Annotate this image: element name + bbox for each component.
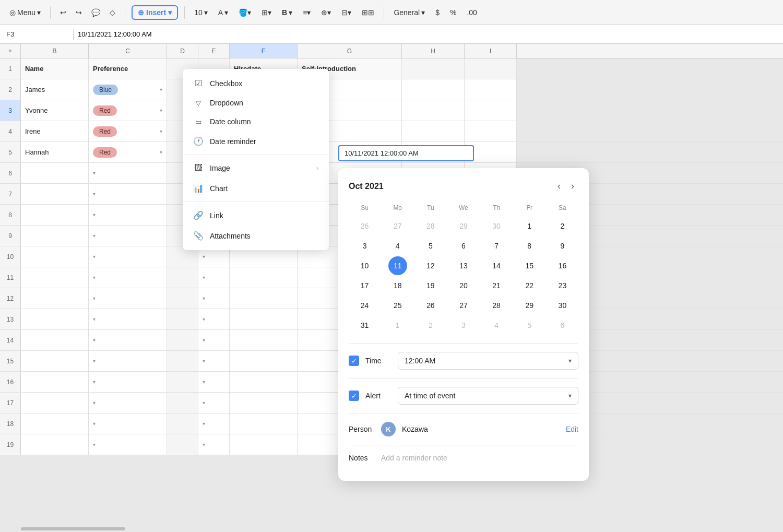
cell-D16[interactable] — [167, 372, 198, 392]
cell-C18[interactable]: ▾ — [89, 413, 167, 434]
cell-dropdown-icon[interactable]: ▾ — [203, 337, 205, 343]
cal-day[interactable]: 8 — [520, 237, 539, 255]
menu-item-date-column[interactable]: ▭ Date column — [183, 112, 329, 131]
time-select[interactable]: 12:00 AM ▾ — [398, 352, 578, 370]
cell-E16[interactable]: ▾ — [198, 372, 230, 392]
cal-day[interactable]: 26 — [421, 296, 440, 315]
cell-F13[interactable] — [230, 309, 298, 329]
cell-C5[interactable]: Red ▾ — [89, 142, 167, 162]
menu-item-attachments[interactable]: 📎 Attachments — [183, 226, 329, 246]
cal-day[interactable]: 20 — [454, 276, 473, 295]
col-header-I[interactable]: I — [465, 44, 517, 58]
cell-dropdown-icon[interactable]: ▾ — [93, 275, 96, 280]
cell-dropdown-icon[interactable]: ▾ — [160, 149, 162, 155]
cal-day[interactable]: 24 — [355, 296, 374, 315]
alert-checkbox[interactable]: ✓ — [349, 391, 359, 401]
cell-B1[interactable]: Name — [21, 58, 89, 79]
cal-day[interactable]: 29 — [454, 217, 473, 235]
cal-day[interactable]: 21 — [487, 276, 506, 295]
menu-item-link[interactable]: 🔗 Link — [183, 205, 329, 226]
cell-E11[interactable]: ▾ — [198, 267, 230, 288]
cell-dropdown-icon[interactable]: ▾ — [203, 358, 205, 364]
cell-B7[interactable] — [21, 184, 89, 204]
cal-day[interactable]: 18 — [388, 276, 407, 295]
cal-day[interactable]: 6 — [454, 237, 473, 255]
cell-B19[interactable] — [21, 434, 89, 455]
cal-day[interactable]: 22 — [520, 276, 539, 295]
col-header-D[interactable]: D — [167, 44, 198, 58]
select-all-icon[interactable]: ▼ — [8, 48, 13, 54]
cell-F17[interactable] — [230, 393, 298, 413]
cell-D12[interactable] — [167, 288, 198, 309]
cell-B17[interactable] — [21, 393, 89, 413]
grid-view-button[interactable]: ⊞⊞ — [359, 6, 377, 19]
cell-D11[interactable] — [167, 267, 198, 288]
fill-color-button[interactable]: 🪣▾ — [235, 6, 254, 19]
cell-B15[interactable] — [21, 351, 89, 371]
cell-dropdown-icon[interactable]: ▾ — [203, 379, 205, 385]
cal-day[interactable]: 17 — [355, 276, 374, 295]
redo-button[interactable]: ↪ — [73, 6, 85, 19]
cell-C12[interactable]: ▾ — [89, 288, 167, 309]
prev-month-button[interactable]: ‹ — [553, 179, 565, 194]
cell-F12[interactable] — [230, 288, 298, 309]
cell-F14[interactable] — [230, 330, 298, 350]
cell-dropdown-icon[interactable]: ▾ — [93, 337, 96, 343]
cell-dropdown-icon[interactable]: ▾ — [93, 254, 96, 259]
cell-B14[interactable] — [21, 330, 89, 350]
cal-day[interactable]: 29 — [520, 296, 539, 315]
cal-day[interactable]: 15 — [520, 256, 539, 275]
eraser-button[interactable]: ◇ — [106, 6, 118, 19]
cell-F11[interactable] — [230, 267, 298, 288]
cell-dropdown-icon[interactable]: ▾ — [93, 358, 96, 364]
cell-B11[interactable] — [21, 267, 89, 288]
border-button[interactable]: ⊞▾ — [258, 6, 275, 19]
cell-dropdown-icon[interactable]: ▾ — [93, 295, 96, 301]
alert-select[interactable]: At time of event ▾ — [398, 387, 578, 405]
cell-H2[interactable] — [402, 79, 465, 100]
cal-day-selected[interactable]: 11 — [388, 256, 407, 275]
dollar-button[interactable]: $ — [432, 6, 443, 19]
time-checkbox[interactable]: ✓ — [349, 356, 359, 366]
cell-B6[interactable] — [21, 163, 89, 183]
cell-F18[interactable] — [230, 413, 298, 434]
undo-button[interactable]: ↩ — [57, 6, 69, 19]
col-header-G[interactable]: G — [298, 44, 402, 58]
cal-day[interactable]: 19 — [421, 276, 440, 295]
col-header-B[interactable]: B — [21, 44, 89, 58]
cell-B2[interactable]: James — [21, 79, 89, 100]
menu-item-date-reminder[interactable]: 🕐 Date reminder — [183, 131, 329, 151]
cal-day[interactable]: 16 — [553, 256, 572, 275]
cell-dropdown-icon[interactable]: ▾ — [93, 442, 96, 447]
cell-B8[interactable] — [21, 205, 89, 225]
cal-day[interactable]: 12 — [421, 256, 440, 275]
bold-button[interactable]: B▾ — [279, 6, 295, 19]
cell-H3[interactable] — [402, 100, 465, 121]
next-month-button[interactable]: › — [567, 179, 578, 194]
cell-D13[interactable] — [167, 309, 198, 329]
col-header-E[interactable]: E — [198, 44, 230, 58]
cell-C3[interactable]: Red ▾ — [89, 100, 167, 121]
cell-B16[interactable] — [21, 372, 89, 392]
cell-C2[interactable]: Blue ▾ — [89, 79, 167, 100]
col-header-H[interactable]: H — [402, 44, 465, 58]
cal-day[interactable]: 25 — [388, 296, 407, 315]
cal-day[interactable]: 14 — [487, 256, 506, 275]
cell-B3[interactable]: Yvonne — [21, 100, 89, 121]
cell-E18[interactable]: ▾ — [198, 413, 230, 434]
cell-dropdown-icon[interactable]: ▾ — [93, 212, 96, 218]
cal-day[interactable]: 1 — [388, 316, 407, 335]
cell-B10[interactable] — [21, 246, 89, 267]
cell-I1[interactable] — [465, 58, 517, 79]
menu-item-checkbox[interactable]: ☑ Checkbox — [183, 73, 329, 93]
cell-H1[interactable] — [402, 58, 465, 79]
cal-day[interactable]: 7 — [487, 237, 506, 255]
comment-button[interactable]: 💬 — [88, 6, 103, 19]
cell-dropdown-icon[interactable]: ▾ — [93, 421, 96, 427]
cell-F16[interactable] — [230, 372, 298, 392]
cell-C17[interactable]: ▾ — [89, 393, 167, 413]
cal-day[interactable]: 27 — [388, 217, 407, 235]
cell-C7[interactable]: ▾ — [89, 184, 167, 204]
edit-person-button[interactable]: Edit — [566, 425, 578, 433]
cell-D18[interactable] — [167, 413, 198, 434]
